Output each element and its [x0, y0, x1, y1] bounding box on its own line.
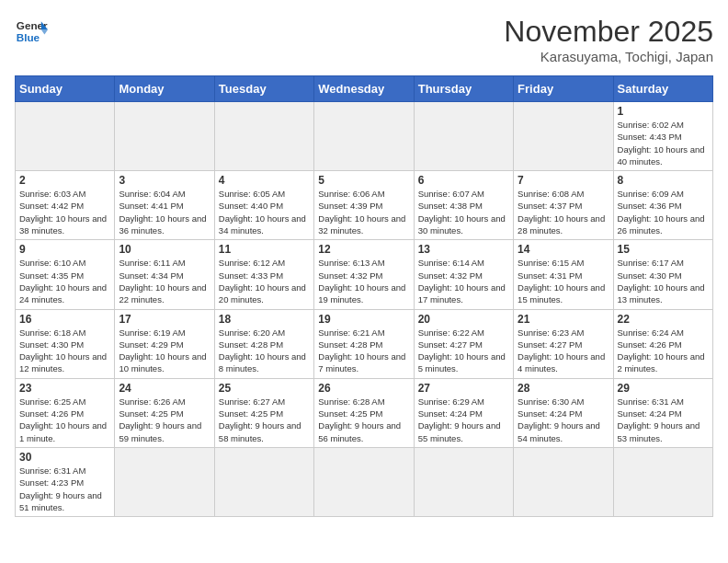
- day-info: Sunrise: 6:18 AMSunset: 4:30 PMDaylight:…: [19, 327, 110, 375]
- day-number: 8: [618, 174, 709, 187]
- calendar-title: November 2025: [504, 15, 713, 49]
- calendar-day-cell: 1Sunrise: 6:02 AMSunset: 4:43 PMDaylight…: [613, 102, 712, 171]
- weekday-header-row: SundayMondayTuesdayWednesdayThursdayFrid…: [16, 76, 713, 102]
- day-info: Sunrise: 6:28 AMSunset: 4:25 PMDaylight:…: [318, 396, 409, 444]
- calendar-week-row: 30Sunrise: 6:31 AMSunset: 4:23 PMDayligh…: [16, 447, 713, 516]
- day-number: 9: [19, 243, 110, 256]
- calendar-day-cell: [414, 447, 513, 516]
- day-info: Sunrise: 6:04 AMSunset: 4:41 PMDaylight:…: [119, 188, 210, 236]
- day-number: 17: [119, 313, 210, 326]
- day-number: 21: [518, 313, 609, 326]
- calendar-day-cell: 10Sunrise: 6:11 AMSunset: 4:34 PMDayligh…: [115, 240, 214, 309]
- logo: General Blue: [15, 15, 48, 48]
- day-info: Sunrise: 6:03 AMSunset: 4:42 PMDaylight:…: [19, 188, 110, 236]
- header: General Blue November 2025 Karasuyama, T…: [15, 15, 713, 64]
- day-number: 4: [219, 174, 310, 187]
- day-info: Sunrise: 6:14 AMSunset: 4:32 PMDaylight:…: [418, 257, 509, 305]
- calendar-table: SundayMondayTuesdayWednesdayThursdayFrid…: [15, 75, 713, 517]
- day-number: 22: [618, 313, 709, 326]
- day-number: 27: [418, 382, 509, 395]
- day-info: Sunrise: 6:11 AMSunset: 4:34 PMDaylight:…: [119, 257, 210, 305]
- day-info: Sunrise: 6:23 AMSunset: 4:27 PMDaylight:…: [518, 327, 609, 375]
- day-number: 25: [219, 382, 310, 395]
- day-number: 11: [219, 243, 310, 256]
- day-info: Sunrise: 6:21 AMSunset: 4:28 PMDaylight:…: [318, 327, 409, 375]
- calendar-day-cell: 3Sunrise: 6:04 AMSunset: 4:41 PMDaylight…: [115, 171, 214, 240]
- calendar-day-cell: 4Sunrise: 6:05 AMSunset: 4:40 PMDaylight…: [214, 171, 313, 240]
- calendar-day-cell: [115, 447, 214, 516]
- day-info: Sunrise: 6:19 AMSunset: 4:29 PMDaylight:…: [119, 327, 210, 375]
- calendar-day-cell: 6Sunrise: 6:07 AMSunset: 4:38 PMDaylight…: [414, 171, 513, 240]
- calendar-day-cell: 20Sunrise: 6:22 AMSunset: 4:27 PMDayligh…: [414, 309, 513, 378]
- calendar-day-cell: [613, 447, 712, 516]
- day-info: Sunrise: 6:27 AMSunset: 4:25 PMDaylight:…: [219, 396, 310, 444]
- day-info: Sunrise: 6:06 AMSunset: 4:39 PMDaylight:…: [318, 188, 409, 236]
- weekday-header-monday: Monday: [115, 76, 214, 102]
- weekday-header-tuesday: Tuesday: [214, 76, 313, 102]
- calendar-day-cell: [16, 102, 115, 171]
- day-info: Sunrise: 6:08 AMSunset: 4:37 PMDaylight:…: [518, 188, 609, 236]
- calendar-day-cell: 16Sunrise: 6:18 AMSunset: 4:30 PMDayligh…: [16, 309, 115, 378]
- calendar-day-cell: [115, 102, 214, 171]
- day-info: Sunrise: 6:15 AMSunset: 4:31 PMDaylight:…: [518, 257, 609, 305]
- calendar-day-cell: 27Sunrise: 6:29 AMSunset: 4:24 PMDayligh…: [414, 378, 513, 447]
- day-info: Sunrise: 6:02 AMSunset: 4:43 PMDaylight:…: [618, 119, 709, 167]
- day-info: Sunrise: 6:26 AMSunset: 4:25 PMDaylight:…: [119, 396, 210, 444]
- calendar-day-cell: 22Sunrise: 6:24 AMSunset: 4:26 PMDayligh…: [613, 309, 712, 378]
- calendar-day-cell: 29Sunrise: 6:31 AMSunset: 4:24 PMDayligh…: [613, 378, 712, 447]
- calendar-day-cell: [314, 447, 414, 516]
- calendar-day-cell: 28Sunrise: 6:30 AMSunset: 4:24 PMDayligh…: [514, 378, 613, 447]
- day-info: Sunrise: 6:05 AMSunset: 4:40 PMDaylight:…: [219, 188, 310, 236]
- day-number: 12: [318, 243, 409, 256]
- day-number: 29: [618, 382, 709, 395]
- day-info: Sunrise: 6:31 AMSunset: 4:24 PMDaylight:…: [618, 396, 709, 444]
- day-number: 23: [19, 382, 110, 395]
- day-number: 28: [518, 382, 609, 395]
- day-number: 14: [518, 243, 609, 256]
- calendar-day-cell: [514, 102, 613, 171]
- day-info: Sunrise: 6:22 AMSunset: 4:27 PMDaylight:…: [418, 327, 509, 375]
- day-info: Sunrise: 6:30 AMSunset: 4:24 PMDaylight:…: [518, 396, 609, 444]
- day-number: 20: [418, 313, 509, 326]
- day-number: 5: [318, 174, 409, 187]
- calendar-day-cell: 9Sunrise: 6:10 AMSunset: 4:35 PMDaylight…: [16, 240, 115, 309]
- day-number: 30: [19, 451, 110, 464]
- calendar-day-cell: 24Sunrise: 6:26 AMSunset: 4:25 PMDayligh…: [115, 378, 214, 447]
- title-area: November 2025 Karasuyama, Tochigi, Japan: [504, 15, 713, 64]
- calendar-week-row: 16Sunrise: 6:18 AMSunset: 4:30 PMDayligh…: [16, 309, 713, 378]
- calendar-day-cell: [514, 447, 613, 516]
- calendar-day-cell: 30Sunrise: 6:31 AMSunset: 4:23 PMDayligh…: [16, 447, 115, 516]
- day-info: Sunrise: 6:17 AMSunset: 4:30 PMDaylight:…: [618, 257, 709, 305]
- svg-text:Blue: Blue: [17, 31, 40, 43]
- day-number: 7: [518, 174, 609, 187]
- day-info: Sunrise: 6:10 AMSunset: 4:35 PMDaylight:…: [19, 257, 110, 305]
- day-number: 15: [618, 243, 709, 256]
- calendar-day-cell: 12Sunrise: 6:13 AMSunset: 4:32 PMDayligh…: [314, 240, 414, 309]
- calendar-day-cell: 25Sunrise: 6:27 AMSunset: 4:25 PMDayligh…: [214, 378, 313, 447]
- calendar-day-cell: 5Sunrise: 6:06 AMSunset: 4:39 PMDaylight…: [314, 171, 414, 240]
- weekday-header-wednesday: Wednesday: [314, 76, 414, 102]
- calendar-day-cell: 13Sunrise: 6:14 AMSunset: 4:32 PMDayligh…: [414, 240, 513, 309]
- svg-marker-3: [41, 29, 48, 34]
- calendar-day-cell: [314, 102, 414, 171]
- weekday-header-thursday: Thursday: [414, 76, 513, 102]
- day-info: Sunrise: 6:24 AMSunset: 4:26 PMDaylight:…: [618, 327, 709, 375]
- calendar-day-cell: 26Sunrise: 6:28 AMSunset: 4:25 PMDayligh…: [314, 378, 414, 447]
- weekday-header-friday: Friday: [514, 76, 613, 102]
- calendar-day-cell: 21Sunrise: 6:23 AMSunset: 4:27 PMDayligh…: [514, 309, 613, 378]
- day-number: 18: [219, 313, 310, 326]
- calendar-day-cell: 18Sunrise: 6:20 AMSunset: 4:28 PMDayligh…: [214, 309, 313, 378]
- day-info: Sunrise: 6:20 AMSunset: 4:28 PMDaylight:…: [219, 327, 310, 375]
- day-info: Sunrise: 6:13 AMSunset: 4:32 PMDaylight:…: [318, 257, 409, 305]
- day-info: Sunrise: 6:29 AMSunset: 4:24 PMDaylight:…: [418, 396, 509, 444]
- day-info: Sunrise: 6:31 AMSunset: 4:23 PMDaylight:…: [19, 465, 110, 513]
- weekday-header-saturday: Saturday: [613, 76, 712, 102]
- day-number: 1: [618, 105, 709, 118]
- day-number: 3: [119, 174, 210, 187]
- day-info: Sunrise: 6:09 AMSunset: 4:36 PMDaylight:…: [618, 188, 709, 236]
- day-number: 2: [19, 174, 110, 187]
- calendar-day-cell: 7Sunrise: 6:08 AMSunset: 4:37 PMDaylight…: [514, 171, 613, 240]
- day-number: 6: [418, 174, 509, 187]
- calendar-day-cell: [214, 447, 313, 516]
- day-number: 13: [418, 243, 509, 256]
